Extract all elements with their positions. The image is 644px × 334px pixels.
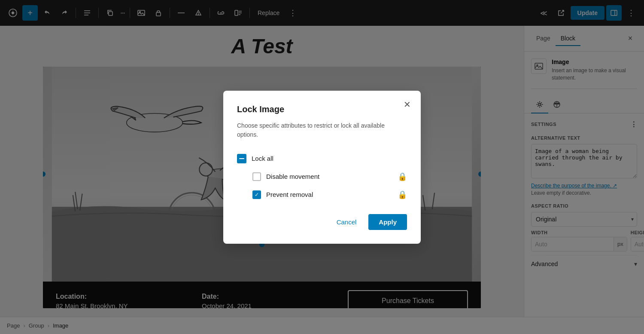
minus-icon (239, 158, 244, 159)
prevent-removal-label: Prevent removal (266, 191, 392, 198)
lock-image-modal: Lock Image ✕ Choose specific attributes … (223, 91, 421, 244)
disable-movement-label: Disable movement (266, 173, 392, 180)
prevent-removal-option[interactable]: ✓ Prevent removal 🔒 (237, 186, 407, 204)
prevent-removal-checkbox[interactable]: ✓ (252, 190, 261, 199)
disable-movement-checkbox[interactable] (252, 172, 261, 181)
apply-button[interactable]: Apply (368, 214, 407, 230)
modal-close-button[interactable]: ✕ (400, 98, 414, 111)
lock-all-option[interactable]: Lock all (237, 150, 407, 168)
lock-all-label: Lock all (252, 155, 407, 162)
modal-title: Lock Image (237, 104, 407, 114)
modal-overlay[interactable]: Lock Image ✕ Choose specific attributes … (0, 0, 644, 334)
disable-movement-option[interactable]: Disable movement 🔒 (237, 168, 407, 186)
lock-all-checkbox[interactable] (237, 154, 246, 163)
cancel-button[interactable]: Cancel (330, 214, 364, 230)
lock-icon-removal: 🔒 (398, 190, 407, 199)
modal-actions: Cancel Apply (237, 214, 407, 230)
lock-icon-movement: 🔒 (398, 172, 407, 181)
modal-description: Choose specific attributes to restrict o… (237, 121, 407, 139)
